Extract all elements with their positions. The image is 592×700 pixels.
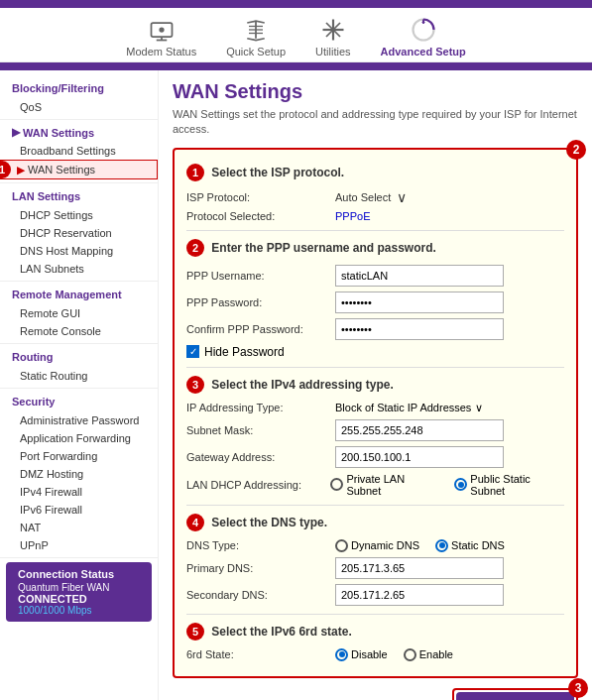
hide-password-label: Hide Password (204, 345, 285, 359)
section-4-title: 4 Select the DNS type. (186, 514, 564, 531)
dns-type-row: DNS Type: Dynamic DNS Static DNS (186, 539, 564, 552)
sidebar-item-app-forwarding[interactable]: Application Forwarding (0, 429, 158, 447)
sidebar-item-admin-password[interactable]: Administrative Password (0, 411, 158, 429)
nav-quick-setup-label: Quick Setup (226, 46, 286, 58)
confirm-ppp-password-input[interactable] (335, 318, 504, 340)
connection-speed-label: 1000/1000 Mbps (18, 605, 140, 616)
isp-protocol-row: ISP Protocol: Auto Select ∨ (186, 189, 564, 205)
lan-dhcp-addressing-label: LAN DHCP Addressing: (186, 479, 330, 491)
sidebar-item-remote-console[interactable]: Remote Console (0, 322, 158, 340)
dns-type-radio-group: Dynamic DNS Static DNS (335, 539, 505, 552)
nav-modem-status[interactable]: Modem Status (126, 16, 196, 58)
sidebar-section-routing: Routing Static Routing (0, 347, 158, 385)
nav-modem-status-label: Modem Status (126, 46, 196, 58)
subnet-mask-input[interactable] (335, 419, 504, 441)
utilities-icon (317, 16, 349, 44)
svg-point-3 (159, 27, 164, 32)
section-2-title: 2 Enter the PPP username and password. (186, 239, 564, 257)
sidebar-item-dhcp-settings[interactable]: DHCP Settings (0, 206, 158, 224)
dropdown-chevron-icon: ∨ (397, 189, 407, 205)
section-5-title: 5 Select the IPv6 6rd state. (186, 623, 564, 641)
sidebar-item-static-routing[interactable]: Static Routing (0, 367, 158, 385)
bottom-accent-bar (0, 62, 592, 70)
6rd-state-row: 6rd State: Disable Enable (186, 648, 564, 661)
secondary-dns-row: Secondary DNS: (186, 584, 564, 606)
apply-section: 6. Click "Apply" to save your changes. A… (173, 688, 578, 700)
sidebar-item-ipv6-firewall[interactable]: IPv6 Firewall (0, 501, 158, 519)
connection-status-panel: Connection Status Quantum Fiber WAN CONN… (6, 562, 152, 622)
6rd-state-label: 6rd State: (186, 648, 335, 660)
ppp-username-row: PPP Username: (186, 265, 564, 287)
static-dns-radio[interactable]: Static DNS (435, 539, 505, 552)
sidebar-item-lan-subnets[interactable]: LAN Subnets (0, 260, 158, 278)
sidebar-item-remote-gui[interactable]: Remote GUI (0, 304, 158, 322)
enable-label: Enable (419, 648, 453, 660)
protocol-selected-value: PPPoE (335, 210, 564, 222)
sidebar-item-qos[interactable]: QoS (0, 98, 158, 116)
public-static-radio-circle (454, 478, 467, 491)
quick-setup-icon (240, 16, 272, 44)
apply-corner-badge: 3 (568, 678, 588, 698)
secondary-dns-label: Secondary DNS: (186, 589, 335, 601)
hide-password-checkbox[interactable] (186, 345, 199, 358)
primary-dns-input[interactable] (335, 557, 504, 579)
ppp-username-label: PPP Username: (186, 270, 335, 282)
static-dns-radio-circle (435, 539, 448, 552)
gateway-address-input[interactable] (335, 446, 504, 468)
private-lan-subnet-radio[interactable]: Private LAN Subnet (330, 473, 438, 497)
modem-status-icon (146, 16, 178, 44)
sidebar-item-dmz-hosting[interactable]: DMZ Hosting (0, 465, 158, 483)
ip-addressing-type-row: IP Addressing Type: Block of Static IP A… (186, 402, 564, 414)
sidebar-item-ipv4-firewall[interactable]: IPv4 Firewall (0, 483, 158, 501)
public-static-subnet-radio[interactable]: Public Static Subnet (454, 473, 564, 497)
ppp-username-input[interactable] (335, 265, 504, 287)
sidebar-item-port-forwarding[interactable]: Port Forwarding (0, 447, 158, 465)
connection-state-label: CONNECTED (18, 593, 140, 605)
static-dns-label: Static DNS (451, 539, 505, 551)
connection-status-title: Connection Status (18, 568, 140, 580)
sidebar-label-lan: LAN Settings (0, 186, 158, 206)
wan-settings-form: 2 1 Select the ISP protocol. ISP Protoco… (173, 148, 578, 678)
nav-quick-setup[interactable]: Quick Setup (226, 16, 286, 58)
sidebar-wan-label: WAN Settings (23, 127, 94, 139)
sidebar-section-wan: ▶ WAN Settings Broadband Settings ▶ WAN … (0, 123, 158, 179)
subnet-mask-label: Subnet Mask: (186, 424, 335, 436)
ip-type-chevron-icon: ∨ (475, 402, 483, 414)
sidebar-item-dhcp-reservation[interactable]: DHCP Reservation (0, 224, 158, 242)
sidebar-wan-settings-label: WAN Settings (28, 164, 95, 175)
sidebar-item-upnp[interactable]: UPnP (0, 536, 158, 554)
confirm-ppp-password-row: Confirm PPP Password: (186, 318, 564, 340)
gateway-address-label: Gateway Address: (186, 451, 335, 463)
nav-utilities[interactable]: Utilities (315, 16, 350, 58)
sidebar-section-blocking: Blocking/Filtering QoS (0, 78, 158, 116)
private-lan-label: Private LAN Subnet (346, 473, 438, 497)
sidebar-item-wan-settings-header[interactable]: ▶ WAN Settings (0, 123, 158, 142)
form-corner-badge: 2 (566, 140, 586, 160)
ip-addressing-type-select[interactable]: Block of Static IP Addresses ∨ (335, 402, 483, 414)
secondary-dns-input[interactable] (335, 584, 504, 606)
sidebar-highlighted-marker: ▶ (17, 165, 25, 175)
page-description: WAN Settings set the protocol and addres… (173, 107, 578, 138)
dynamic-dns-radio[interactable]: Dynamic DNS (335, 539, 419, 552)
private-lan-radio-circle (330, 478, 343, 491)
confirm-ppp-password-label: Confirm PPP Password: (186, 323, 335, 335)
protocol-selected-label: Protocol Selected: (186, 210, 335, 222)
ppp-password-row: PPP Password: (186, 292, 564, 313)
sidebar-item-dns-host-mapping[interactable]: DNS Host Mapping (0, 242, 158, 260)
dynamic-dns-label: Dynamic DNS (351, 539, 419, 551)
sidebar: Blocking/Filtering QoS ▶ WAN Settings Br… (0, 70, 159, 700)
apply-button[interactable]: Apply (456, 692, 574, 700)
sidebar-label-security: Security (0, 392, 158, 411)
sidebar-item-nat[interactable]: NAT (0, 519, 158, 536)
disable-radio[interactable]: Disable (335, 648, 388, 661)
public-static-label: Public Static Subnet (470, 473, 564, 497)
isp-protocol-select[interactable]: Auto Select ∨ (335, 189, 407, 205)
nav-advanced-setup[interactable]: Advanced Setup (381, 16, 466, 58)
section-3-title: 3 Select the IPv4 addressing type. (186, 376, 564, 394)
sidebar-item-wan-settings[interactable]: ▶ WAN Settings 1 (0, 160, 158, 179)
ppp-password-input[interactable] (335, 292, 504, 313)
6rd-state-radio-group: Disable Enable (335, 648, 453, 661)
enable-radio[interactable]: Enable (404, 648, 453, 661)
sidebar-item-broadband-settings[interactable]: Broadband Settings (0, 142, 158, 160)
top-accent-bar (0, 0, 592, 8)
